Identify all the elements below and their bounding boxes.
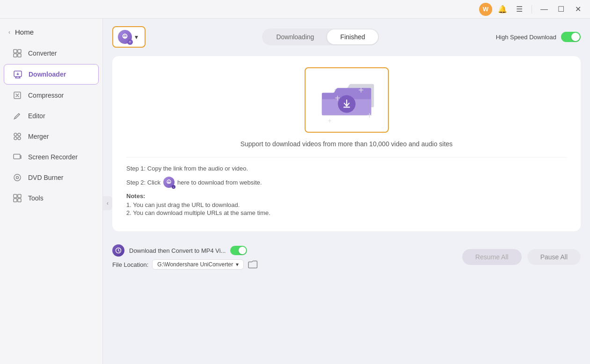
downloader-label: Downloader	[29, 71, 66, 78]
file-location-value: G:\Wondershare UniConverter	[157, 261, 233, 268]
tools-label: Tools	[28, 194, 44, 202]
tab-finished[interactable]: Finished	[327, 29, 378, 44]
bottom-bar: Download then Convert to MP4 Vi... File …	[112, 239, 581, 276]
sidebar-item-compressor[interactable]: Compressor	[4, 86, 99, 105]
tools-icon	[12, 193, 22, 203]
bottom-right: Resume All Pause All	[462, 249, 581, 265]
pause-all-button[interactable]: Pause All	[527, 249, 581, 265]
editor-label: Editor	[28, 112, 45, 120]
app-layout: ‹ Home Converter Do	[0, 19, 590, 364]
convert-icon	[112, 244, 124, 257]
file-location-folder-icon[interactable]	[248, 260, 258, 269]
high-speed-label: High Speed Download	[496, 34, 556, 41]
sidebar: ‹ Home Converter Do	[0, 19, 103, 364]
step2-line: Step 2: Click + here to download from we…	[126, 177, 567, 188]
file-location-row: File Location: G:\Wondershare UniConvert…	[112, 259, 258, 270]
high-speed-toggle[interactable]	[561, 32, 581, 42]
sidebar-item-screen-recorder[interactable]: Screen Recorder	[4, 147, 99, 167]
tab-downloading[interactable]: Downloading	[263, 29, 327, 44]
convert-toggle[interactable]	[230, 246, 247, 255]
notes-area: Notes: 1. You can just drag the URL to d…	[126, 193, 567, 216]
screen-recorder-icon	[12, 152, 22, 162]
convert-label: Download then Convert to MP4 Vi...	[129, 247, 226, 254]
dvd-burner-label: DVD Burner	[28, 174, 63, 181]
screen-recorder-label: Screen Recorder	[28, 153, 78, 161]
add-url-button[interactable]: + ▾	[112, 26, 146, 48]
content-area: + + + +	[112, 56, 581, 364]
svg-point-11	[14, 174, 21, 181]
menu-button[interactable]: ☰	[513, 3, 526, 16]
svg-point-12	[16, 177, 19, 179]
svg-rect-14	[18, 194, 21, 198]
sidebar-item-tools[interactable]: Tools	[4, 188, 99, 208]
plus-sub-icon: +	[127, 39, 133, 45]
home-label: Home	[15, 28, 34, 36]
file-location-dropdown-arrow: ▾	[236, 261, 239, 268]
step1-line: Step 1: Copy the link from the audio or …	[126, 165, 567, 172]
svg-rect-13	[14, 194, 17, 198]
sidebar-collapse-button[interactable]: ‹	[103, 196, 112, 210]
svg-rect-2	[14, 54, 17, 57]
step2-suffix: here to download from website.	[177, 179, 262, 186]
dvd-burner-icon	[12, 172, 22, 183]
sidebar-item-editor[interactable]: Editor	[4, 106, 99, 126]
svg-point-9	[18, 137, 21, 140]
dropzone-illustration: + + + +	[298, 67, 396, 133]
note2: 2. You can download multiple URLs at the…	[126, 209, 567, 216]
add-url-dropdown-arrow: ▾	[135, 33, 138, 41]
close-button[interactable]: ✕	[571, 3, 584, 16]
svg-rect-1	[18, 50, 21, 53]
editor-icon	[12, 111, 22, 121]
sidebar-home[interactable]: ‹ Home	[0, 25, 102, 43]
tab-group: Downloading Finished	[262, 29, 379, 45]
resume-all-button[interactable]: Resume All	[462, 249, 522, 265]
file-location-select[interactable]: G:\Wondershare UniConverter ▾	[152, 259, 244, 270]
svg-point-6	[14, 133, 17, 136]
topbar: + ▾ Downloading Finished High Speed Down…	[112, 26, 581, 48]
high-speed-section: High Speed Download	[496, 32, 581, 42]
sidebar-item-merger[interactable]: Merger	[4, 127, 99, 146]
titlebar: W 🔔 ☰ — ☐ ✕	[0, 0, 590, 19]
sidebar-item-converter[interactable]: Converter	[4, 43, 99, 63]
step2-icon: +	[163, 177, 175, 188]
svg-rect-15	[14, 199, 17, 202]
user-avatar: W	[479, 3, 492, 16]
bottom-left: Download then Convert to MP4 Vi... File …	[112, 244, 258, 270]
svg-rect-0	[14, 50, 17, 53]
add-url-icon: +	[118, 30, 132, 44]
compressor-icon	[12, 90, 22, 100]
back-arrow-icon: ‹	[8, 29, 10, 36]
step1-text: Step 1: Copy the link from the audio or …	[126, 165, 248, 172]
merger-label: Merger	[28, 133, 49, 140]
svg-point-7	[18, 133, 21, 136]
sidebar-item-dvd-burner[interactable]: DVD Burner	[4, 168, 99, 187]
separator	[532, 5, 532, 14]
dropzone-card: + + + +	[112, 56, 581, 231]
merger-icon	[12, 131, 22, 142]
svg-point-8	[14, 137, 17, 140]
svg-rect-10	[14, 154, 20, 159]
maximize-button[interactable]: ☐	[554, 3, 568, 16]
converter-label: Converter	[28, 50, 57, 57]
compressor-label: Compressor	[28, 92, 64, 99]
minimize-button[interactable]: —	[538, 3, 551, 16]
convert-row: Download then Convert to MP4 Vi...	[112, 244, 258, 257]
file-location-label: File Location:	[112, 261, 148, 268]
converter-icon	[12, 48, 22, 58]
dropzone-description: Support to download videos from more tha…	[240, 140, 453, 148]
sidebar-item-downloader[interactable]: Downloader	[4, 64, 99, 85]
steps-area: Step 1: Copy the link from the audio or …	[126, 157, 567, 217]
downloader-icon	[13, 69, 23, 79]
note1: 1. You can just drag the URL to download…	[126, 201, 567, 208]
step2-prefix: Step 2: Click	[126, 179, 160, 186]
main-content: + ▾ Downloading Finished High Speed Down…	[103, 19, 590, 364]
svg-rect-16	[18, 199, 21, 202]
notes-title: Notes:	[126, 193, 567, 200]
notification-button[interactable]: 🔔	[496, 3, 509, 16]
svg-rect-3	[18, 54, 21, 57]
